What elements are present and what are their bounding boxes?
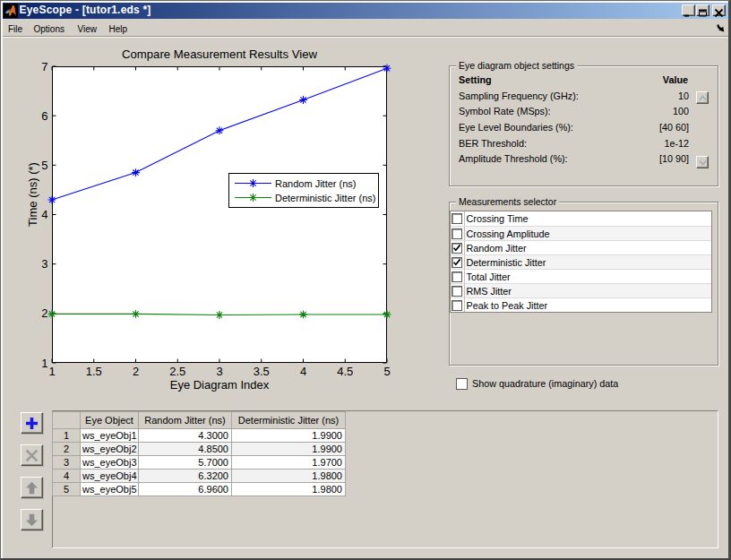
svg-text:1: 1: [41, 357, 47, 370]
svg-text:2.5: 2.5: [169, 365, 185, 378]
svg-text:Random Jitter (ns): Random Jitter (ns): [275, 178, 356, 189]
svg-text:Compare Measurement Results Vi: Compare Measurement Results View: [122, 47, 318, 61]
svg-text:Deterministic Jitter (ns): Deterministic Jitter (ns): [275, 193, 375, 203]
svg-text:4.5: 4.5: [337, 365, 353, 378]
svg-text:2: 2: [41, 306, 47, 320]
svg-text:2: 2: [133, 365, 139, 378]
svg-text:4: 4: [300, 365, 306, 378]
svg-text:Time (ns) (*): Time (ns) (*): [26, 162, 39, 227]
svg-text:3: 3: [216, 365, 222, 378]
svg-text:3.5: 3.5: [254, 365, 270, 378]
svg-text:7: 7: [41, 60, 47, 73]
svg-text:Eye Diagram Index: Eye Diagram Index: [170, 378, 270, 392]
svg-text:6: 6: [41, 109, 47, 123]
svg-text:5: 5: [41, 159, 47, 172]
svg-text:4: 4: [41, 208, 47, 221]
svg-text:3: 3: [41, 257, 47, 271]
svg-text:1.5: 1.5: [86, 365, 102, 378]
svg-text:5: 5: [383, 365, 390, 378]
svg-text:1: 1: [48, 365, 55, 378]
